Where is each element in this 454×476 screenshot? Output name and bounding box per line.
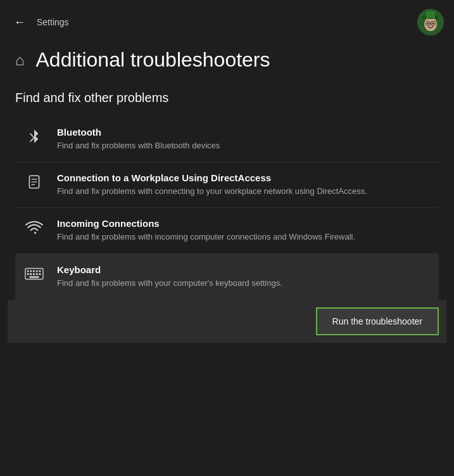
svg-point-5 (432, 23, 434, 25)
home-icon: ⌂ (15, 51, 25, 69)
keyboard-title: Keyboard (57, 264, 431, 275)
svg-point-4 (427, 23, 429, 25)
bluetooth-icon (23, 128, 46, 145)
title-bar-left: ← Settings (10, 15, 69, 30)
svg-rect-15 (30, 270, 32, 272)
back-button[interactable]: ← (10, 15, 29, 30)
bluetooth-description: Find and fix problems with Bluetooth dev… (57, 140, 431, 151)
keyboard-description: Find and fix problems with your computer… (57, 278, 431, 289)
incoming-title: Incoming Connections (57, 218, 431, 229)
content-area: Find and fix other problems Bluetooth Fi… (0, 84, 454, 343)
title-bar: ← Settings (0, 0, 454, 42)
svg-rect-18 (39, 270, 41, 272)
keyboard-content: Keyboard Find and fix problems with your… (57, 264, 431, 289)
bluetooth-content: Bluetooth Find and fix problems with Blu… (57, 127, 431, 151)
directaccess-icon (23, 174, 46, 190)
list-item[interactable]: Incoming Connections Find and fix proble… (15, 208, 439, 254)
incoming-content: Incoming Connections Find and fix proble… (57, 218, 431, 243)
svg-rect-16 (33, 270, 35, 272)
selected-footer: Run the troubleshooter (8, 300, 446, 343)
troubleshooter-list: Bluetooth Find and fix problems with Blu… (15, 117, 439, 300)
list-item[interactable]: Keyboard Find and fix problems with your… (15, 254, 439, 300)
section-title: Find and fix other problems (15, 91, 439, 105)
keyboard-icon (23, 266, 46, 282)
list-item[interactable]: Connection to a Workplace Using DirectAc… (15, 162, 439, 208)
svg-rect-17 (36, 270, 38, 272)
list-item[interactable]: Bluetooth Find and fix problems with Blu… (15, 117, 439, 162)
avatar-image (417, 9, 444, 35)
incoming-connections-icon (23, 219, 46, 238)
run-troubleshooter-button[interactable]: Run the troubleshooter (316, 307, 439, 335)
avatar[interactable] (417, 9, 444, 35)
svg-rect-20 (30, 273, 32, 275)
svg-rect-19 (27, 273, 29, 275)
directaccess-title: Connection to a Workplace Using DirectAc… (57, 172, 431, 183)
directaccess-description: Find and fix problems with connecting to… (57, 186, 431, 197)
page-title: Additional troubleshooters (36, 48, 270, 72)
page-header: ⌂ Additional troubleshooters (0, 42, 454, 84)
svg-rect-24 (30, 276, 39, 278)
app-title: Settings (37, 17, 69, 27)
svg-rect-21 (33, 273, 35, 275)
svg-rect-22 (36, 273, 38, 275)
incoming-description: Find and fix problems with incoming comp… (57, 231, 431, 243)
svg-rect-3 (426, 11, 435, 18)
directaccess-content: Connection to a Workplace Using DirectAc… (57, 172, 431, 197)
svg-rect-14 (27, 270, 29, 272)
svg-rect-23 (39, 273, 41, 275)
bluetooth-title: Bluetooth (57, 127, 431, 138)
